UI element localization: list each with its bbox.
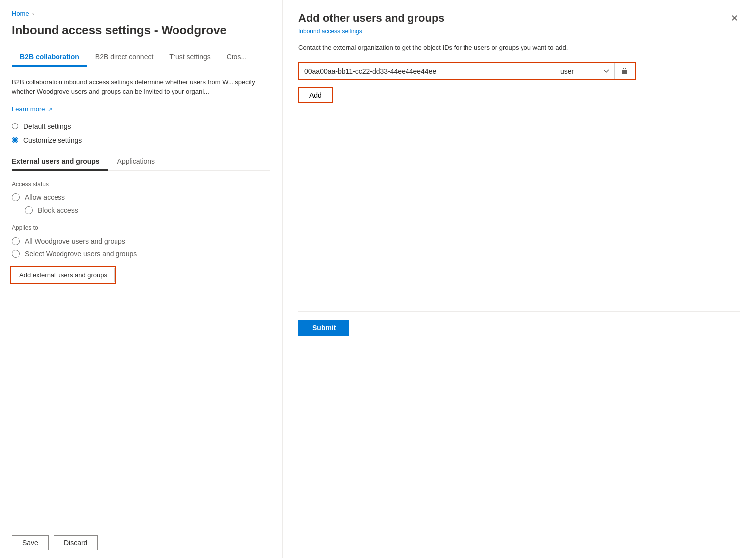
radio-all-users[interactable]: All Woodgrove users and groups — [12, 237, 270, 245]
radio-all-users-label: All Woodgrove users and groups — [25, 237, 125, 245]
add-external-users-button[interactable]: Add external users and groups — [12, 268, 115, 282]
object-id-input[interactable] — [299, 64, 555, 79]
radio-customize-settings[interactable]: Customize settings — [12, 136, 270, 144]
discard-button[interactable]: Discard — [54, 535, 98, 550]
radio-select-users-label: Select Woodgrove users and groups — [25, 250, 137, 258]
breadcrumb: Home › — [12, 10, 270, 17]
radio-customize-input[interactable] — [12, 137, 18, 143]
flyout-panel: Add other users and groups ✕ Inbound acc… — [283, 0, 756, 558]
bottom-bar: Save Discard — [0, 527, 282, 558]
access-status-label: Access status — [12, 181, 270, 187]
settings-radio-group: Default settings Customize settings — [12, 123, 270, 144]
add-button[interactable]: Add — [299, 88, 332, 102]
breadcrumb-separator: › — [32, 11, 34, 17]
save-button[interactable]: Save — [12, 535, 49, 550]
radio-select-users-input[interactable] — [12, 250, 20, 258]
type-select[interactable]: user group all — [555, 64, 614, 79]
main-tabs: B2B collaboration B2B direct connect Tru… — [12, 48, 270, 67]
radio-default-settings[interactable]: Default settings — [12, 123, 270, 130]
radio-allow-access[interactable]: Allow access — [12, 193, 270, 201]
radio-select-users[interactable]: Select Woodgrove users and groups — [12, 250, 270, 258]
flyout-title: Add other users and groups — [298, 12, 445, 25]
radio-block-access[interactable]: Block access — [25, 206, 270, 214]
applies-radio-group: All Woodgrove users and groups Select Wo… — [12, 237, 270, 258]
radio-allow-input[interactable] — [12, 193, 20, 201]
flyout-divider — [298, 311, 740, 312]
radio-allow-label: Allow access — [25, 193, 65, 201]
radio-block-label: Block access — [38, 206, 78, 214]
learn-more-link[interactable]: Learn more ↗ — [12, 105, 52, 113]
close-button[interactable]: ✕ — [729, 12, 740, 25]
object-id-input-row: user group all 🗑 — [298, 62, 636, 80]
radio-customize-label: Customize settings — [23, 136, 82, 144]
breadcrumb-home[interactable]: Home — [12, 10, 29, 17]
flyout-header: Add other users and groups ✕ — [298, 12, 740, 25]
description-text: B2B collaboration inbound access setting… — [12, 77, 270, 97]
sub-tab-external-users[interactable]: External users and groups — [12, 152, 108, 171]
delete-row-button[interactable]: 🗑 — [614, 63, 635, 79]
submit-button[interactable]: Submit — [298, 320, 349, 336]
tab-b2b-collaboration[interactable]: B2B collaboration — [12, 48, 87, 67]
radio-default-label: Default settings — [23, 123, 71, 130]
trash-icon: 🗑 — [621, 67, 629, 75]
sub-tab-applications[interactable]: Applications — [117, 152, 163, 171]
tab-trust-settings[interactable]: Trust settings — [161, 48, 219, 67]
applies-to-label: Applies to — [12, 224, 270, 231]
radio-all-users-input[interactable] — [12, 237, 20, 245]
radio-default-input[interactable] — [12, 123, 18, 129]
sub-tabs: External users and groups Applications — [12, 152, 270, 171]
tab-cross[interactable]: Cros... — [219, 48, 255, 67]
page-title: Inbound access settings - Woodgrove — [12, 23, 270, 38]
access-radio-group: Allow access Block access — [12, 193, 270, 214]
flyout-description: Contact the external organization to get… — [298, 43, 636, 53]
radio-block-input[interactable] — [25, 206, 33, 214]
left-panel: Home › Inbound access settings - Woodgro… — [0, 0, 283, 558]
tab-b2b-direct-connect[interactable]: B2B direct connect — [87, 48, 162, 67]
flyout-subtitle: Inbound access settings — [298, 28, 740, 35]
external-link-icon: ↗ — [48, 106, 52, 112]
